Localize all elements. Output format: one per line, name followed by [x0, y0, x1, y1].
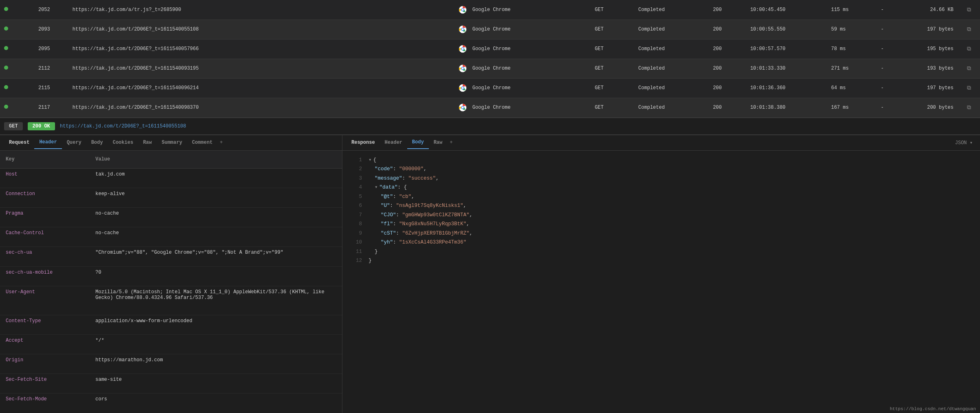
row-code: 200: [709, 39, 746, 59]
header-value: */*: [90, 335, 342, 354]
header-key: Sec-Fetch-Mode: [0, 393, 90, 413]
json-line: 6 "U": "nsAgl9t7Sq8yKcNisks1",: [349, 201, 973, 211]
tab-response-header[interactable]: Header: [380, 136, 407, 149]
row-app: Google Chrome: [454, 78, 591, 98]
row-dash: -: [877, 78, 896, 98]
row-dot: [0, 59, 34, 78]
row-copy-icon[interactable]: ⧉: [958, 78, 980, 98]
row-code: 200: [709, 78, 746, 98]
row-duration: 271 ms: [827, 59, 877, 78]
json-content: "yh": "1sXcCsAl4G33RPe4Tm36": [369, 238, 466, 247]
header-key: Sec-Fetch-Site: [0, 374, 90, 393]
tab-request-cookies[interactable]: Cookies: [108, 136, 138, 149]
row-url: https://tak.jd.com/t/2D06E?_t=1611540096…: [68, 78, 454, 98]
json-content: "code": "000000",: [369, 165, 427, 174]
row-url: https://tak.jd.com/a/tr.js?_t=2685900: [68, 0, 454, 20]
header-value: same-site: [90, 374, 342, 393]
json-content: ▾{: [369, 156, 376, 165]
tab-response-body[interactable]: Body: [407, 136, 429, 149]
row-dot: [0, 20, 34, 39]
request-url[interactable]: https://tak.jd.com/t/2D06E?_t=1611540055…: [60, 123, 186, 129]
json-line: 11 }: [349, 247, 973, 257]
row-url: https://tak.jd.com/t/2D06E?_t=1611540093…: [68, 59, 454, 78]
json-content: }: [369, 247, 378, 257]
row-duration: 64 ms: [827, 78, 877, 98]
header-key: Accept: [0, 335, 90, 354]
row-copy-icon[interactable]: ⧉: [958, 98, 980, 117]
table-row[interactable]: 2052 https://tak.jd.com/a/tr.js?_t=26859…: [0, 0, 980, 20]
row-code: 200: [709, 59, 746, 78]
footer-url: https://blog.csdn.net/dtwangquan: [886, 405, 980, 413]
json-content: "cST": "6ZvHjpXER9TB1GbjMrRZ",: [369, 229, 472, 238]
line-number: 7: [349, 211, 362, 220]
request-header-row: Origin https://marathon.jd.com: [0, 354, 342, 374]
request-header-row: Accept */*: [0, 335, 342, 354]
json-content: }: [369, 256, 372, 266]
table-row[interactable]: 2112 https://tak.jd.com/t/2D06E?_t=16115…: [0, 59, 980, 78]
row-copy-icon[interactable]: ⧉: [958, 20, 980, 39]
tab-response-raw[interactable]: Raw: [429, 136, 448, 149]
tab-request-header[interactable]: Header: [34, 136, 62, 149]
row-id: 2112: [34, 59, 68, 78]
tab-request-summary[interactable]: Summary: [157, 136, 187, 149]
header-key: sec-ch-ua-mobile: [0, 266, 90, 286]
method-badge: GET: [4, 122, 23, 130]
row-copy-icon[interactable]: ⧉: [958, 59, 980, 78]
tab-request-raw[interactable]: Raw: [138, 136, 157, 149]
json-line: 9 "cST": "6ZvHjpXER9TB1GbjMrRZ",: [349, 229, 973, 238]
header-value: ?0: [90, 266, 342, 286]
tab-request-comment[interactable]: Comment: [187, 136, 217, 149]
row-app: Google Chrome: [454, 59, 591, 78]
line-number: 1: [349, 156, 362, 165]
row-dash: -: [877, 59, 896, 78]
split-panel: Request Header Query Body Cookies Raw Su…: [0, 135, 980, 413]
row-code: 200: [709, 98, 746, 117]
table-row[interactable]: 2095 https://tak.jd.com/t/2D06E?_t=16115…: [0, 39, 980, 59]
row-copy-icon[interactable]: ⧉: [958, 0, 980, 20]
json-format-selector[interactable]: JSON ▾: [952, 138, 976, 147]
line-number: 4: [349, 183, 362, 192]
tab-request-query[interactable]: Query: [62, 136, 86, 149]
row-size: 200 bytes: [895, 98, 958, 117]
header-value: "Chromium";v="88", "Google Chrome";v="88…: [90, 247, 342, 266]
header-key: sec-ch-ua: [0, 247, 90, 266]
svg-point-17: [461, 107, 464, 109]
request-header-row: Connection keep-alive: [0, 188, 342, 208]
svg-point-2: [461, 9, 464, 11]
row-id: 2052: [34, 0, 68, 20]
request-headers-table: Key Value Host tak.jd.com Connection kee…: [0, 151, 342, 413]
table-row[interactable]: 2117 https://tak.jd.com/t/2D06E?_t=16115…: [0, 98, 980, 117]
json-line: 5 "@t": "cb",: [349, 192, 973, 202]
row-time: 10:01:33.330: [746, 59, 827, 78]
table-row[interactable]: 2115 https://tak.jd.com/t/2D06E?_t=16115…: [0, 78, 980, 98]
tab-request-add[interactable]: +: [217, 136, 225, 149]
tab-request-body[interactable]: Body: [86, 136, 108, 149]
header-key: Pragma: [0, 208, 90, 227]
row-time: 10:00:55.550: [746, 20, 827, 39]
header-value: https://marathon.jd.com: [90, 354, 342, 374]
response-tabs: Response Header Body Raw + JSON ▾: [342, 135, 980, 151]
network-table: 2052 https://tak.jd.com/a/tr.js?_t=26859…: [0, 0, 980, 118]
tab-response-add[interactable]: +: [447, 136, 455, 149]
header-value: no-cache: [90, 227, 342, 247]
row-copy-icon[interactable]: ⧉: [958, 39, 980, 59]
table-row[interactable]: 2093 https://tak.jd.com/t/2D06E?_t=16115…: [0, 20, 980, 39]
line-number: 11: [349, 247, 362, 257]
json-line: 7 "CJO": "gmGHWp93w0tClKZ7BNTA",: [349, 211, 973, 220]
header-value: tak.jd.com: [90, 168, 342, 188]
row-id: 2115: [34, 78, 68, 98]
tab-request-label: Request: [4, 136, 34, 149]
header-value: keep-alive: [90, 188, 342, 208]
line-number: 2: [349, 165, 362, 174]
row-dash: -: [877, 39, 896, 59]
request-header-row: Sec-Fetch-Site same-site: [0, 374, 342, 393]
json-line: 4 ▾"data": {: [349, 183, 973, 192]
row-dash: -: [877, 20, 896, 39]
tab-response-label: Response: [347, 136, 380, 149]
row-duration: 78 ms: [827, 39, 877, 59]
row-app: Google Chrome: [454, 20, 591, 39]
row-size: 193 bytes: [895, 59, 958, 78]
row-method: GET: [591, 20, 634, 39]
json-content: "message": "success",: [369, 174, 439, 183]
request-header-row: Cache-Control no-cache: [0, 227, 342, 247]
